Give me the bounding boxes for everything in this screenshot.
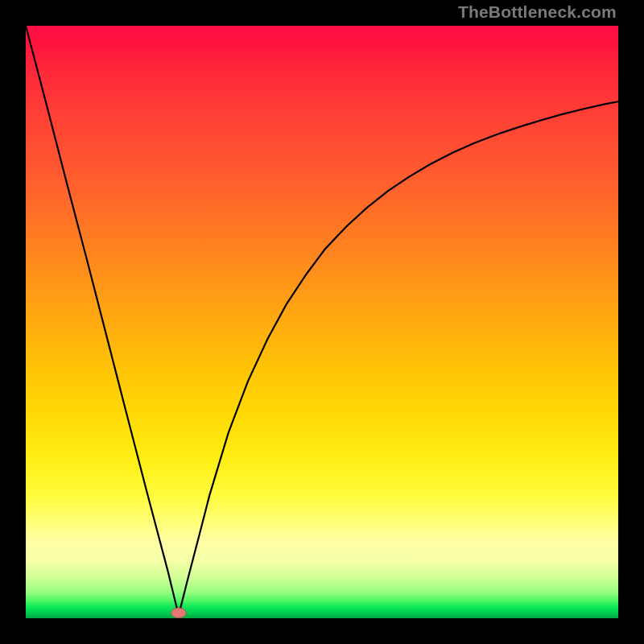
chart-curve <box>26 26 618 615</box>
chart-frame: TheBottleneck.com <box>0 0 644 644</box>
chart-svg <box>26 26 618 618</box>
chart-plot-area <box>26 26 618 618</box>
curve-left-branch <box>26 26 179 615</box>
minimum-marker <box>171 608 186 618</box>
curve-right-branch <box>179 101 618 615</box>
watermark-text: TheBottleneck.com <box>458 2 617 22</box>
